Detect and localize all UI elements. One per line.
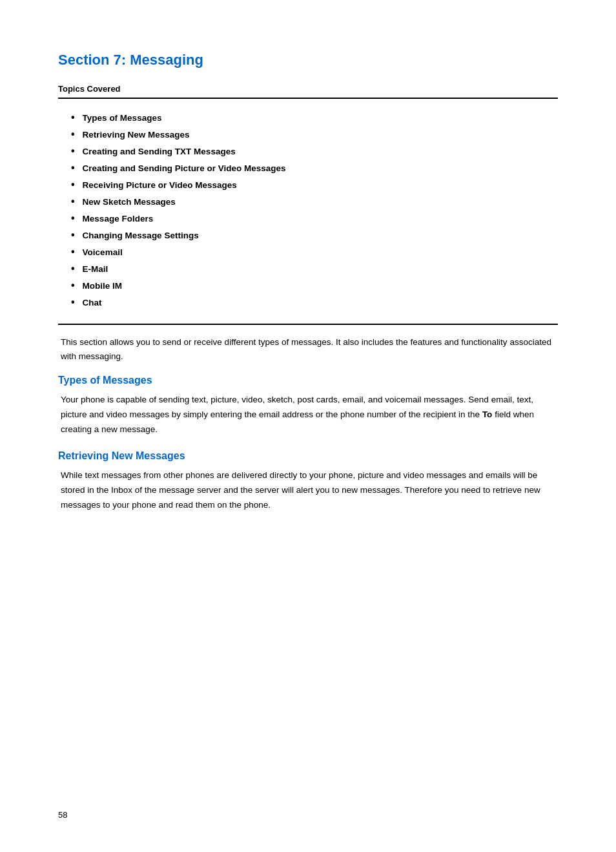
list-item: Retrieving New Messages — [71, 126, 558, 143]
top-divider — [58, 98, 558, 99]
types-of-messages-title: Types of Messages — [58, 375, 558, 386]
section-title: Section 7: Messaging — [58, 52, 558, 68]
types-of-messages-section: Types of Messages Your phone is capable … — [58, 375, 558, 437]
list-item: Voicemail — [71, 244, 558, 260]
page: Section 7: Messaging Topics Covered Type… — [0, 0, 616, 852]
list-item: Mobile IM — [71, 277, 558, 294]
bottom-divider — [58, 324, 558, 325]
list-item: E-Mail — [71, 260, 558, 277]
topics-list: Types of Messages Retrieving New Message… — [71, 109, 558, 311]
topics-covered-label: Topics Covered — [58, 84, 558, 94]
page-number: 58 — [58, 810, 67, 820]
retrieving-new-messages-section: Retrieving New Messages While text messa… — [58, 450, 558, 513]
types-of-messages-body: Your phone is capable of sending text, p… — [58, 393, 558, 437]
list-item: Changing Message Settings — [71, 227, 558, 244]
list-item: Creating and Sending Picture or Video Me… — [71, 160, 558, 176]
retrieving-new-messages-title: Retrieving New Messages — [58, 450, 558, 462]
retrieving-new-messages-body: While text messages from other phones ar… — [58, 468, 558, 513]
intro-text: This section allows you to send or recei… — [58, 335, 558, 363]
list-item: Receiving Picture or Video Messages — [71, 176, 558, 193]
list-item: Creating and Sending TXT Messages — [71, 143, 558, 160]
list-item: New Sketch Messages — [71, 193, 558, 210]
list-item: Chat — [71, 294, 558, 311]
list-item: Types of Messages — [71, 109, 558, 126]
list-item: Message Folders — [71, 210, 558, 227]
